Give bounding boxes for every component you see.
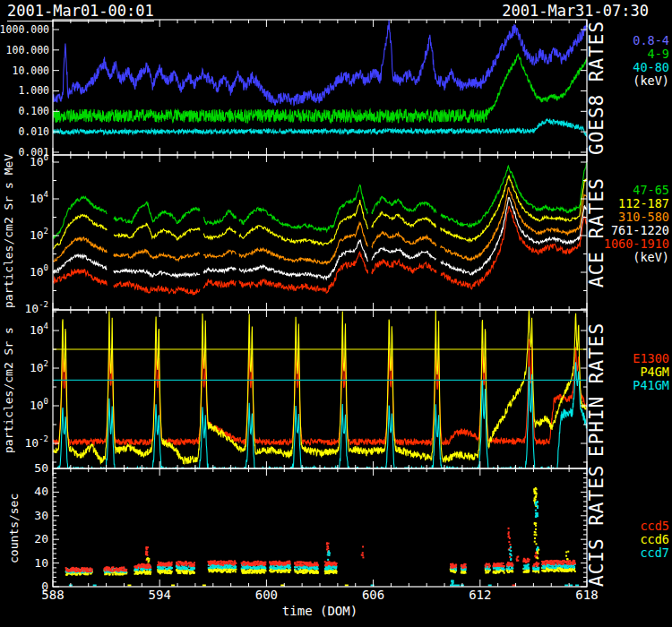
svg-text:10: 10 — [34, 556, 48, 570]
svg-text:0.100: 0.100 — [18, 105, 49, 117]
goes8-series-group — [53, 17, 587, 136]
ephin-ytick-labels: 10-2100102104 — [25, 322, 49, 450]
ace-legend-item: 112-187 — [604, 197, 669, 210]
svg-text:102: 102 — [30, 227, 48, 242]
svg-text:100: 100 — [30, 397, 48, 412]
ephin-y-axis-unit-label: particles/cm2 Sr s — [2, 314, 15, 467]
ace-frame — [53, 155, 587, 310]
svg-text:104: 104 — [30, 190, 48, 205]
acis-series-group — [65, 487, 579, 586]
ace-legend-item: 47-65 — [604, 184, 669, 197]
ace-ytick-labels: 10-2100102104106 — [25, 153, 49, 315]
acis-legend-item: ccd5 — [640, 520, 669, 533]
svg-text:10.000: 10.000 — [12, 64, 49, 77]
svg-text:100: 100 — [30, 263, 48, 279]
svg-text:102: 102 — [30, 359, 48, 374]
svg-text:1.000: 1.000 — [18, 84, 49, 97]
goes8-panel-title: GOES8 RATES — [586, 20, 607, 155]
svg-text:1000.000: 1000.000 — [0, 23, 49, 36]
svg-text:50: 50 — [34, 461, 48, 475]
svg-text:594: 594 — [149, 588, 171, 602]
goes8-legend-item: 0.8-4 — [633, 34, 669, 47]
svg-text:30: 30 — [34, 509, 48, 522]
ephin-legend-item: E1300 — [633, 352, 669, 365]
plot-svg: 1000.000100.00010.0001.0000.1000.0100.00… — [0, 0, 672, 627]
svg-text:606: 606 — [362, 588, 384, 602]
acis-panel-title: ACIS RATES — [586, 468, 607, 587]
svg-text:618: 618 — [575, 588, 598, 602]
x-axis-tick-labels: 588594600606612618 — [41, 588, 598, 602]
svg-text:10-2: 10-2 — [25, 300, 49, 315]
acis-y-axis-unit-label: counts/sec — [7, 472, 21, 585]
acis-legend: ccd5ccd6ccd7 — [640, 520, 669, 560]
ace-series-group — [53, 162, 587, 295]
ace-series-47-65 — [53, 162, 587, 237]
ephin-frame — [53, 310, 587, 468]
x-axis-label: time (DOM) — [53, 604, 587, 618]
acis-legend-item: ccd7 — [640, 546, 669, 560]
goes8-series-4-9 — [53, 54, 587, 123]
ephin-series-P41GM — [53, 362, 587, 477]
ephin-series-group — [53, 308, 587, 477]
ephin-legend: E1300P4GMP41GM — [633, 352, 669, 392]
svg-text:40: 40 — [34, 485, 48, 498]
svg-text:10-2: 10-2 — [25, 434, 49, 450]
ace-ticks — [53, 155, 587, 310]
goes8-legend-item: 4-9 — [633, 47, 669, 61]
svg-text:588: 588 — [41, 588, 64, 602]
acis-legend-item: ccd6 — [640, 533, 669, 546]
goes8-legend: 0.8-44-940-80(keV) — [633, 34, 669, 88]
ace-series-310-580 — [53, 188, 587, 265]
ephin-series-E1300 — [53, 339, 587, 445]
acis-ytick-labels: 01020304050 — [34, 461, 48, 593]
svg-text:20: 20 — [34, 532, 48, 545]
svg-text:600: 600 — [255, 588, 278, 602]
ephin-legend-item: P4GM — [633, 365, 669, 379]
svg-text:104: 104 — [30, 322, 48, 337]
svg-text:100.000: 100.000 — [6, 44, 50, 56]
goes8-series-0.8-4 — [53, 17, 587, 106]
ace-legend-item: 1060-1910 — [604, 237, 669, 251]
svg-text:0.010: 0.010 — [18, 125, 49, 138]
ephin-legend-item: P41GM — [633, 379, 669, 392]
svg-text:612: 612 — [469, 588, 491, 602]
goes8-ytick-labels: 1000.000100.00010.0001.0000.1000.0100.00… — [0, 23, 49, 159]
goes8-legend-item: 40-80 — [633, 61, 669, 74]
ace-y-axis-unit-label: particles/cm2 Sr s MeV — [2, 159, 15, 308]
ace-legend-item: (keV) — [604, 251, 669, 264]
ace-series-761-1220 — [53, 198, 587, 279]
svg-text:106: 106 — [30, 153, 48, 168]
space-weather-plot-screen: { "header": {"left": "2001-Mar01-00:01",… — [0, 0, 672, 627]
ephin-ticks — [53, 310, 587, 468]
ace-legend: 47-65112-187310-580761-12201060-1910(keV… — [604, 184, 669, 264]
ace-legend-item: 310-580 — [604, 210, 669, 224]
ace-series-112-187 — [53, 176, 587, 249]
ace-legend-item: 761-1220 — [604, 224, 669, 237]
ephin-panel-title: EPHIN RATES — [586, 310, 607, 468]
goes8-legend-item: (keV) — [633, 74, 669, 88]
